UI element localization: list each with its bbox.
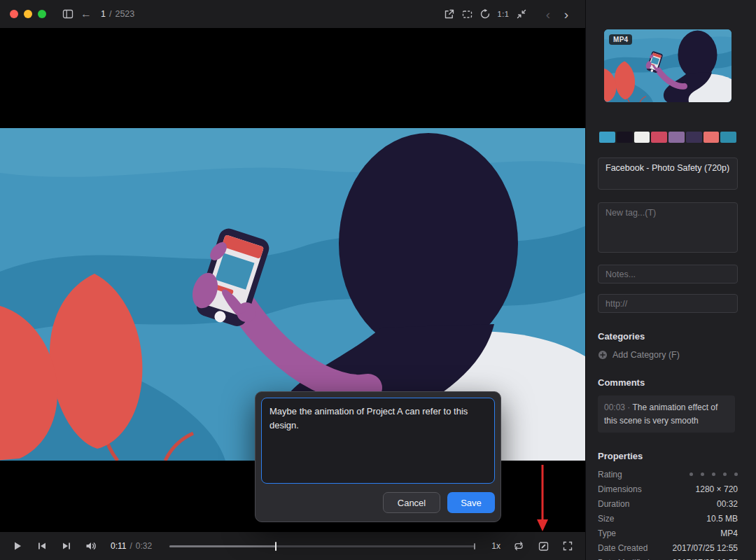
fullscreen-icon[interactable] (559, 537, 577, 555)
playback-speed-button[interactable]: 1x (491, 541, 500, 551)
player-controls: 0:11 / 0:32 1x (0, 532, 585, 560)
property-label: Date Created (598, 543, 648, 553)
property-row: Size10.5 MB (598, 511, 738, 526)
property-label: Dimensions (598, 484, 642, 494)
color-palette (599, 132, 736, 143)
shrink-icon[interactable] (512, 5, 531, 23)
slider-end-tick (474, 543, 475, 550)
time-total: 0:32 (136, 541, 152, 551)
previous-item-icon[interactable]: ‹ (539, 5, 557, 23)
property-row: Rating (598, 467, 738, 482)
sidebar-toggle-icon[interactable] (59, 5, 77, 23)
palette-swatch[interactable] (617, 132, 633, 143)
add-category-button[interactable]: Add Category (F) (598, 350, 744, 360)
video-thumbnail[interactable]: MP4 (604, 29, 732, 102)
zoom-window-button[interactable] (38, 10, 46, 18)
annotation-arrow (535, 463, 550, 533)
property-row: Dimensions1280 × 720 (598, 482, 738, 496)
open-external-icon[interactable] (440, 5, 458, 23)
next-item-icon[interactable]: › (557, 5, 575, 23)
palette-swatch[interactable] (634, 132, 650, 143)
palette-swatch[interactable] (599, 132, 615, 143)
previous-frame-button[interactable] (33, 537, 51, 555)
property-value: 10.5 MB (706, 514, 738, 524)
palette-swatch[interactable] (704, 132, 720, 143)
palette-swatch[interactable] (720, 132, 736, 143)
property-value: 1280 × 720 (696, 484, 738, 494)
dialog-actions: Cancel Save (261, 484, 495, 516)
progress-fill (169, 545, 276, 547)
cancel-button[interactable]: Cancel (383, 492, 440, 513)
url-input[interactable] (598, 294, 738, 313)
time-separator: / (130, 541, 132, 551)
comment-dialog: Maybe the animation of Project A can ref… (255, 391, 501, 522)
loop-icon[interactable] (510, 537, 528, 555)
property-row: Date Modified2017/07/25 12:55 (598, 555, 738, 560)
comment-note-icon[interactable] (534, 537, 552, 555)
add-category-label: Add Category (F) (612, 350, 680, 360)
seek-slider[interactable] (169, 541, 475, 551)
palette-swatch[interactable] (686, 132, 702, 143)
property-label: Type (598, 528, 616, 538)
rating-dots[interactable] (690, 472, 738, 476)
properties-heading: Properties (598, 451, 744, 461)
property-row: Date Created2017/07/25 12:55 (598, 540, 738, 555)
app-window: ← 1 / 2523 1:1 ‹ › (0, 0, 756, 560)
time-current: 0:11 (111, 541, 126, 551)
volume-icon[interactable] (82, 537, 100, 555)
comment-timestamp[interactable]: 00:03 · (604, 402, 630, 412)
rotate-icon[interactable] (476, 5, 494, 23)
property-label: Size (598, 514, 614, 524)
palette-swatch[interactable] (668, 132, 685, 143)
comment-textarea[interactable]: Maybe the animation of Project A can ref… (261, 398, 495, 484)
comments-heading: Comments (598, 377, 744, 388)
inspector-sidebar: MP4 Facebook - Photo Safety (720p) Categ… (585, 0, 756, 560)
property-value: 00:32 (717, 499, 738, 509)
property-value: MP4 (720, 528, 738, 538)
tag-input[interactable] (598, 202, 738, 253)
property-label: Duration (598, 499, 629, 509)
playhead[interactable] (275, 542, 276, 551)
counter-total: 2523 (115, 9, 134, 19)
plus-circle-icon (598, 350, 608, 360)
counter-separator: / (109, 9, 111, 19)
close-window-button[interactable] (10, 10, 18, 18)
play-button[interactable] (8, 537, 27, 555)
properties-list: RatingDimensions1280 × 720Duration00:32S… (598, 467, 738, 560)
property-row: TypeMP4 (598, 526, 738, 540)
fit-window-icon[interactable] (458, 5, 476, 23)
back-icon[interactable]: ← (77, 5, 95, 23)
property-label: Rating (598, 470, 622, 479)
next-frame-button[interactable] (57, 537, 76, 555)
categories-heading: Categories (598, 331, 744, 342)
item-counter: 1 / 2523 (101, 9, 134, 19)
title-field[interactable]: Facebook - Photo Safety (720p) (598, 158, 738, 190)
comment-item[interactable]: 00:03 · The animation effect of this sce… (598, 396, 735, 433)
property-value: 2017/07/25 12:55 (673, 543, 738, 553)
actual-size-button[interactable]: 1:1 (494, 5, 512, 23)
counter-current: 1 (101, 9, 106, 19)
window-toolbar: ← 1 / 2523 1:1 ‹ › (0, 0, 585, 28)
notes-input[interactable] (598, 265, 738, 284)
format-badge: MP4 (609, 34, 632, 45)
palette-swatch[interactable] (651, 132, 667, 143)
minimize-window-button[interactable] (24, 10, 32, 18)
save-button[interactable]: Save (447, 492, 495, 513)
traffic-lights (10, 10, 46, 18)
viewer-main: ← 1 / 2523 1:1 ‹ › (0, 0, 585, 560)
property-row: Duration00:32 (598, 496, 738, 511)
time-display: 0:11 / 0:32 (111, 541, 152, 551)
